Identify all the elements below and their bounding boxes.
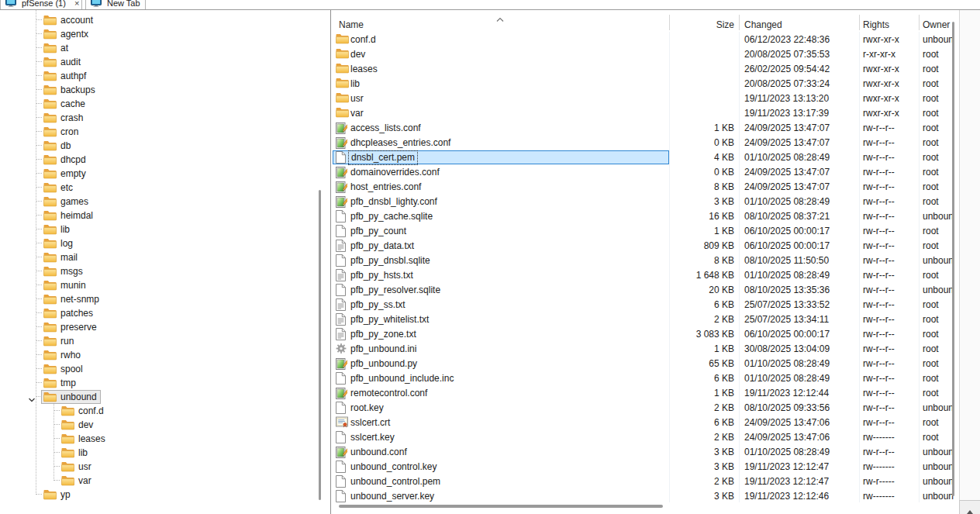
tree-node[interactable]: run [41, 334, 78, 348]
tree-item-leases[interactable]: leases [0, 432, 314, 446]
tree-item-dhcpd[interactable]: dhcpd [0, 153, 314, 167]
chevron-down-icon[interactable] [28, 393, 36, 401]
file-row-pfb_py_ss.txt[interactable]: pfb_py_ss.txt6 KB25/07/2025 13:33:52rw-r… [331, 298, 960, 312]
file-row-pfb_unbound_include.inc[interactable]: pfb_unbound_include.inc6 KB01/10/2025 08… [331, 371, 960, 386]
tab-pfsense[interactable]: pfSense (1) × [0, 0, 82, 9]
tree-item-cache[interactable]: cache [0, 97, 314, 111]
tree-item-munin[interactable]: munin [0, 278, 314, 292]
tree-node[interactable]: crash [41, 111, 87, 125]
tree-node[interactable]: backups [41, 83, 99, 97]
tree-item-unbound[interactable]: unbound [0, 390, 314, 404]
tree-item-spool[interactable]: spool [0, 362, 314, 376]
tree-node[interactable]: unbound [41, 390, 101, 404]
tree-node[interactable]: authpf [41, 69, 90, 83]
tree-item-lib[interactable]: lib [0, 223, 314, 236]
file-row-pfb_py_whitelist.txt[interactable]: pfb_py_whitelist.txt2 KB25/07/2025 13:34… [331, 312, 960, 327]
tree-item-dev[interactable]: dev [0, 418, 314, 432]
file-row-pfb_py_cache.sqlite[interactable]: pfb_py_cache.sqlite16 KB08/10/2025 08:37… [331, 209, 960, 224]
horizontal-scrollbar-thumb[interactable] [339, 505, 663, 508]
tree-item-net-snmp[interactable]: net-snmp [0, 292, 314, 306]
tree-node[interactable]: spool [41, 362, 87, 376]
file-row-pfb_py_dnsbl.sqlite[interactable]: pfb_py_dnsbl.sqlite8 KB08/10/2025 11:50:… [331, 254, 960, 268]
tree-item-authpf[interactable]: authpf [0, 69, 314, 83]
file-row-usr[interactable]: usr19/11/2023 13:13:20rwxr-xr-xroot [331, 91, 960, 106]
tree-node[interactable]: mail [41, 250, 81, 264]
tree-node[interactable]: patches [41, 306, 97, 320]
file-row-pfb_unbound.py[interactable]: pfb_unbound.py65 KB01/10/2025 08:28:49rw… [331, 357, 960, 371]
tree-node[interactable]: etc [41, 181, 77, 195]
file-row-var[interactable]: var19/11/2023 13:17:39rwxr-xr-xroot [331, 106, 960, 121]
file-row-dnsbl_cert.pem[interactable]: dnsbl_cert.pem4 KB01/10/2025 08:28:49rw-… [331, 150, 960, 165]
file-row-pfb_py_data.txt[interactable]: pfb_py_data.txt809 KB06/10/2025 00:00:17… [331, 239, 960, 254]
tree-node[interactable]: tmp [41, 376, 80, 390]
file-row-remotecontrol.conf[interactable]: remotecontrol.conf1 KB19/11/2023 12:12:4… [331, 386, 960, 401]
file-row-lib[interactable]: lib20/08/2025 07:33:24rwxr-xr-xroot [331, 77, 960, 91]
tree-node[interactable]: preserve [41, 320, 101, 334]
file-row-pfb_dnsbl_lighty.conf[interactable]: pfb_dnsbl_lighty.conf3 KB01/10/2025 08:2… [331, 195, 960, 209]
tree-node[interactable]: account [41, 13, 97, 27]
tree-item-agentx[interactable]: agentx [0, 27, 314, 41]
tree-node[interactable]: rwho [41, 348, 85, 362]
tree-node[interactable]: log [41, 236, 77, 250]
file-row-domainoverrides.conf[interactable]: domainoverrides.conf0 KB24/09/2025 13:47… [331, 165, 960, 180]
column-header-rights[interactable]: Rights [863, 19, 889, 30]
file-row-pfb_py_resolver.sqlite[interactable]: pfb_py_resolver.sqlite20 KB08/10/2025 13… [331, 283, 960, 298]
tree-node[interactable]: lib [41, 223, 74, 236]
file-row-unbound_control.pem[interactable]: unbound_control.pem2 KB19/11/2023 12:12:… [331, 474, 960, 489]
file-row-conf.d[interactable]: conf.d06/12/2023 22:48:36rwxr-xr-xunboun… [331, 33, 960, 47]
tree-item-var[interactable]: var [0, 474, 314, 488]
tree-node[interactable]: dev [59, 418, 97, 432]
tree-item-cron[interactable]: cron [0, 125, 314, 139]
file-row-sslcert.key[interactable]: sslcert.key2 KB24/09/2025 13:47:06rw----… [331, 430, 960, 445]
tree-node[interactable]: msgs [41, 264, 87, 278]
tree-item-yp[interactable]: yp [0, 488, 314, 502]
tree-node[interactable]: dhcpd [41, 153, 90, 167]
tree-item-etc[interactable]: etc [0, 181, 314, 195]
tree-node[interactable]: games [41, 195, 92, 209]
tree-item-patches[interactable]: patches [0, 306, 314, 320]
tree-item-msgs[interactable]: msgs [0, 264, 314, 278]
tree-item-log[interactable]: log [0, 236, 314, 250]
column-header-changed[interactable]: Changed [744, 19, 782, 30]
tree-item-audit[interactable]: audit [0, 55, 314, 69]
tree-node[interactable]: lib [59, 446, 91, 460]
file-row-dev[interactable]: dev20/08/2025 07:35:53r-xr-xr-xroot [331, 47, 960, 62]
file-row-unbound.conf[interactable]: unbound.conf3 KB01/10/2025 08:28:49rw-r-… [331, 445, 960, 460]
tab-new-tab[interactable]: New Tab [85, 0, 146, 9]
tree-item-preserve[interactable]: preserve [0, 320, 314, 334]
tree-node[interactable]: leases [59, 432, 109, 446]
tree-node[interactable]: empty [41, 167, 90, 181]
tree-node[interactable]: yp [41, 488, 74, 502]
tree-item-empty[interactable]: empty [0, 167, 314, 181]
tree-item-mail[interactable]: mail [0, 250, 314, 264]
tree-node[interactable]: audit [41, 55, 85, 69]
column-header-owner[interactable]: Owner [923, 19, 954, 30]
file-row-pfb_py_hsts.txt[interactable]: pfb_py_hsts.txt1 648 KB01/10/2025 08:28:… [331, 268, 960, 283]
tree-item-backups[interactable]: backups [0, 83, 314, 97]
file-row-leases[interactable]: leases26/02/2025 09:54:42rwxr-xr-xroot [331, 62, 960, 77]
file-row-unbound_control.key[interactable]: unbound_control.key3 KB19/11/2023 12:12:… [331, 460, 960, 474]
tree-item-heimdal[interactable]: heimdal [0, 209, 314, 223]
file-row-host_entries.conf[interactable]: host_entries.conf8 KB24/09/2025 13:47:07… [331, 180, 960, 195]
file-row-access_lists.conf[interactable]: access_lists.conf1 KB24/09/2025 13:47:07… [331, 121, 960, 136]
tree-node[interactable]: at [41, 41, 72, 55]
tree-node[interactable]: munin [41, 278, 90, 292]
tree-node[interactable]: usr [59, 460, 95, 474]
tree-scrollbar-thumb[interactable] [319, 190, 321, 500]
tree-node[interactable]: var [59, 474, 95, 488]
tree-item-tmp[interactable]: tmp [0, 376, 314, 390]
tree-item-conf.d[interactable]: conf.d [0, 404, 314, 418]
file-row-pfb_unbound.ini[interactable]: pfb_unbound.ini1 KB30/08/2025 13:04:09rw… [331, 342, 960, 357]
tree-item-usr[interactable]: usr [0, 460, 314, 474]
tree-node[interactable]: cron [41, 125, 82, 139]
vertical-scrollbar-thumb[interactable] [952, 22, 954, 496]
tree-node[interactable]: conf.d [59, 404, 108, 418]
file-row-pfb_py_count[interactable]: pfb_py_count1 KB06/10/2025 00:00:17rw-r-… [331, 224, 960, 239]
tree-node[interactable]: cache [41, 97, 89, 111]
file-row-sslcert.crt[interactable]: sslcert.crt6 KB24/09/2025 13:47:06rw-r--… [331, 416, 960, 430]
file-row-unbound_server.key[interactable]: unbound_server.key3 KB19/11/2023 12:12:4… [331, 489, 960, 502]
column-header-name[interactable]: Name [339, 19, 364, 30]
tree-item-lib[interactable]: lib [0, 446, 314, 460]
tree-node[interactable]: heimdal [41, 209, 97, 223]
tree-item-at[interactable]: at [0, 41, 314, 55]
